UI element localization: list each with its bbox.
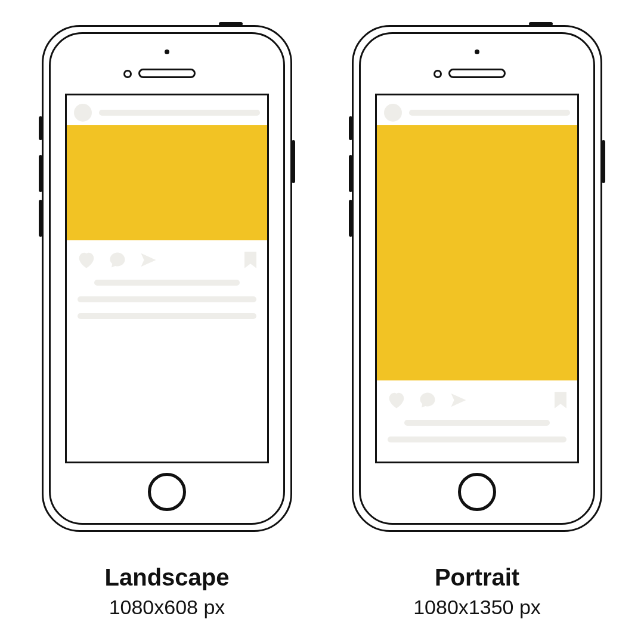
proximity-sensor-icon — [123, 70, 132, 78]
portrait-column: Portrait 1080x1350 px — [352, 25, 602, 619]
headphone-jack-icon — [219, 22, 243, 26]
username-placeholder — [409, 110, 570, 116]
home-button-icon — [148, 473, 186, 511]
portrait-label-title: Portrait — [435, 564, 519, 591]
home-button-icon — [458, 473, 496, 511]
landscape-label-dimensions: 1080x608 px — [109, 596, 225, 619]
comment-icon — [417, 391, 438, 409]
portrait-label-dimensions: 1080x1350 px — [413, 596, 541, 619]
avatar-placeholder-icon — [74, 104, 92, 122]
comment-icon — [107, 251, 128, 269]
volume-down-button-icon — [39, 200, 42, 237]
mockup-row: Landscape 1080x608 px — [0, 25, 644, 619]
headphone-jack-icon — [529, 22, 553, 26]
earpiece-speaker-icon — [448, 69, 506, 78]
volume-up-button-icon — [349, 155, 352, 192]
caption-line-1 — [404, 420, 550, 426]
front-camera-icon — [165, 49, 169, 54]
landscape-column: Landscape 1080x608 px — [42, 25, 292, 619]
username-placeholder — [99, 110, 260, 116]
phone-frame-portrait — [352, 25, 602, 532]
caption-line-3 — [78, 313, 256, 319]
post-action-bar — [67, 240, 267, 274]
proximity-sensor-icon — [434, 70, 442, 78]
caption-line-1 — [94, 280, 240, 286]
post-header — [67, 95, 267, 125]
phone-frame-landscape — [42, 25, 292, 532]
caption-line-2 — [78, 296, 256, 302]
mute-switch-icon — [349, 116, 352, 140]
post-header — [377, 95, 577, 125]
power-button-icon — [292, 140, 295, 183]
bookmark-icon — [243, 251, 258, 269]
volume-down-button-icon — [349, 200, 352, 237]
caption-line-2 — [388, 436, 566, 442]
mute-switch-icon — [39, 116, 42, 140]
post-caption — [377, 414, 577, 442]
landscape-label-title: Landscape — [105, 564, 230, 591]
phone-screen — [375, 94, 579, 463]
avatar-placeholder-icon — [384, 104, 402, 122]
post-image-landscape — [67, 125, 267, 240]
post-image-portrait — [377, 125, 577, 380]
phone-screen — [65, 94, 269, 463]
send-icon — [138, 251, 159, 269]
front-camera-icon — [475, 49, 479, 54]
bookmark-icon — [553, 391, 568, 409]
earpiece-speaker-icon — [138, 69, 196, 78]
volume-up-button-icon — [39, 155, 42, 192]
power-button-icon — [602, 140, 605, 183]
heart-icon — [76, 251, 97, 269]
post-caption — [67, 274, 267, 319]
post-action-bar — [377, 380, 577, 414]
phone-body — [359, 32, 595, 525]
phone-body — [49, 32, 285, 525]
send-icon — [448, 391, 469, 409]
heart-icon — [386, 391, 407, 409]
